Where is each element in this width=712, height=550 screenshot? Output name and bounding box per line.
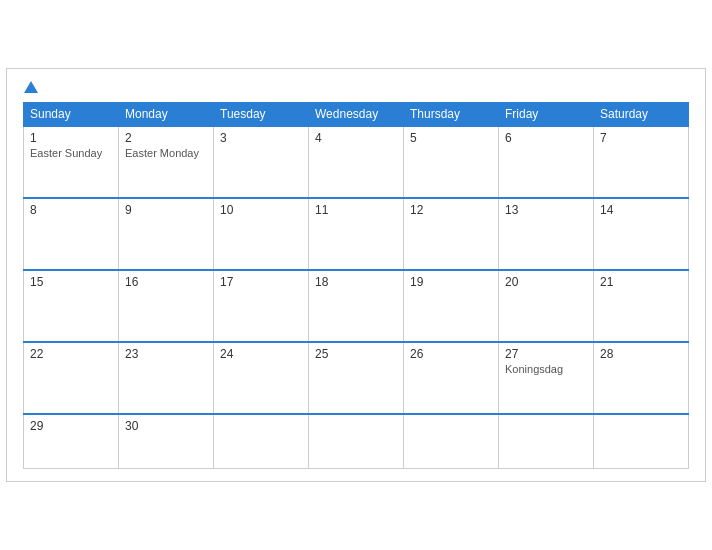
day-event: Koningsdag bbox=[505, 363, 587, 375]
day-cell: 1Easter Sunday bbox=[24, 126, 119, 198]
day-number: 23 bbox=[125, 347, 207, 361]
day-number: 16 bbox=[125, 275, 207, 289]
day-number: 18 bbox=[315, 275, 397, 289]
day-cell: 16 bbox=[119, 270, 214, 342]
col-wednesday: Wednesday bbox=[309, 102, 404, 126]
day-number: 9 bbox=[125, 203, 207, 217]
week-row-2: 891011121314 bbox=[24, 198, 689, 270]
day-cell: 30 bbox=[119, 414, 214, 469]
day-number: 27 bbox=[505, 347, 587, 361]
day-number: 7 bbox=[600, 131, 682, 145]
day-number: 14 bbox=[600, 203, 682, 217]
day-cell bbox=[404, 414, 499, 469]
day-cell bbox=[309, 414, 404, 469]
col-friday: Friday bbox=[499, 102, 594, 126]
day-cell: 21 bbox=[594, 270, 689, 342]
day-number: 15 bbox=[30, 275, 112, 289]
day-number: 19 bbox=[410, 275, 492, 289]
day-cell: 2Easter Monday bbox=[119, 126, 214, 198]
header-row: Sunday Monday Tuesday Wednesday Thursday… bbox=[24, 102, 689, 126]
day-number: 6 bbox=[505, 131, 587, 145]
day-cell: 24 bbox=[214, 342, 309, 414]
day-number: 13 bbox=[505, 203, 587, 217]
day-number: 12 bbox=[410, 203, 492, 217]
day-cell: 18 bbox=[309, 270, 404, 342]
week-row-5: 2930 bbox=[24, 414, 689, 469]
day-number: 25 bbox=[315, 347, 397, 361]
day-cell: 8 bbox=[24, 198, 119, 270]
day-cell: 5 bbox=[404, 126, 499, 198]
day-number: 4 bbox=[315, 131, 397, 145]
day-cell: 13 bbox=[499, 198, 594, 270]
calendar-header bbox=[23, 81, 689, 94]
col-sunday: Sunday bbox=[24, 102, 119, 126]
day-number: 8 bbox=[30, 203, 112, 217]
day-number: 5 bbox=[410, 131, 492, 145]
day-cell: 15 bbox=[24, 270, 119, 342]
day-cell: 22 bbox=[24, 342, 119, 414]
day-number: 30 bbox=[125, 419, 207, 433]
day-cell bbox=[214, 414, 309, 469]
day-cell: 23 bbox=[119, 342, 214, 414]
day-cell: 4 bbox=[309, 126, 404, 198]
day-cell: 14 bbox=[594, 198, 689, 270]
day-event: Easter Sunday bbox=[30, 147, 112, 159]
day-cell: 27Koningsdag bbox=[499, 342, 594, 414]
day-cell: 9 bbox=[119, 198, 214, 270]
day-number: 26 bbox=[410, 347, 492, 361]
col-saturday: Saturday bbox=[594, 102, 689, 126]
day-number: 17 bbox=[220, 275, 302, 289]
day-cell: 17 bbox=[214, 270, 309, 342]
day-number: 28 bbox=[600, 347, 682, 361]
day-cell: 19 bbox=[404, 270, 499, 342]
day-cell: 25 bbox=[309, 342, 404, 414]
day-number: 22 bbox=[30, 347, 112, 361]
week-row-1: 1Easter Sunday2Easter Monday34567 bbox=[24, 126, 689, 198]
calendar: Sunday Monday Tuesday Wednesday Thursday… bbox=[6, 68, 706, 483]
day-cell: 7 bbox=[594, 126, 689, 198]
col-thursday: Thursday bbox=[404, 102, 499, 126]
day-number: 29 bbox=[30, 419, 112, 433]
day-cell bbox=[594, 414, 689, 469]
day-number: 24 bbox=[220, 347, 302, 361]
day-number: 10 bbox=[220, 203, 302, 217]
day-cell: 11 bbox=[309, 198, 404, 270]
day-number: 11 bbox=[315, 203, 397, 217]
day-cell: 29 bbox=[24, 414, 119, 469]
col-tuesday: Tuesday bbox=[214, 102, 309, 126]
day-number: 2 bbox=[125, 131, 207, 145]
day-cell bbox=[499, 414, 594, 469]
day-cell: 20 bbox=[499, 270, 594, 342]
day-cell: 28 bbox=[594, 342, 689, 414]
day-cell: 12 bbox=[404, 198, 499, 270]
logo bbox=[23, 81, 38, 94]
calendar-table: Sunday Monday Tuesday Wednesday Thursday… bbox=[23, 102, 689, 470]
day-event: Easter Monday bbox=[125, 147, 207, 159]
day-cell: 3 bbox=[214, 126, 309, 198]
day-number: 21 bbox=[600, 275, 682, 289]
day-number: 1 bbox=[30, 131, 112, 145]
col-monday: Monday bbox=[119, 102, 214, 126]
day-number: 3 bbox=[220, 131, 302, 145]
day-cell: 26 bbox=[404, 342, 499, 414]
day-cell: 10 bbox=[214, 198, 309, 270]
logo-triangle-icon bbox=[24, 81, 38, 93]
week-row-3: 15161718192021 bbox=[24, 270, 689, 342]
day-cell: 6 bbox=[499, 126, 594, 198]
week-row-4: 222324252627Koningsdag28 bbox=[24, 342, 689, 414]
day-number: 20 bbox=[505, 275, 587, 289]
